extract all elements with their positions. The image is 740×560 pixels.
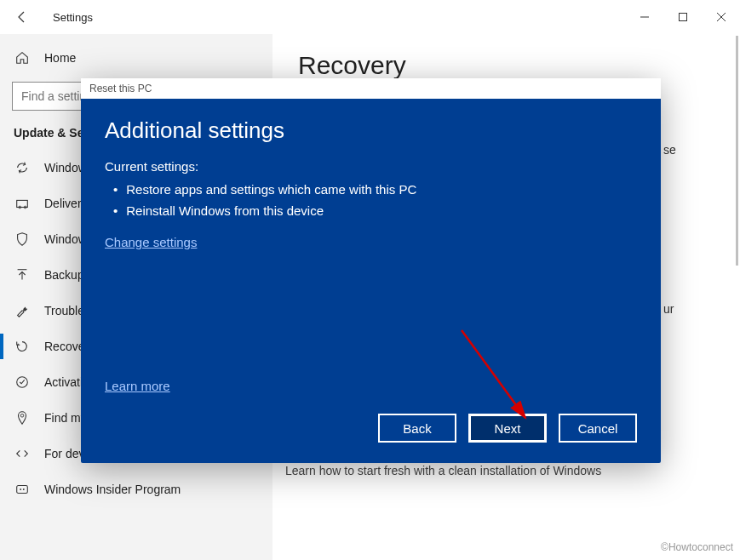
- shield-icon: [14, 231, 31, 248]
- partial-text: ur: [663, 302, 706, 316]
- dialog-heading: Additional settings: [105, 117, 637, 144]
- back-button[interactable]: Back: [378, 414, 456, 443]
- maximize-button[interactable]: [663, 4, 702, 30]
- reset-pc-dialog: Reset this PC Additional settings Curren…: [81, 78, 661, 463]
- page-title: Recovery: [298, 51, 714, 80]
- window-title: Settings: [53, 11, 93, 24]
- sidebar-item-label: Backup: [44, 268, 84, 282]
- dialog-title: Reset this PC: [81, 78, 661, 99]
- cancel-button[interactable]: Cancel: [559, 414, 637, 443]
- close-button[interactable]: [702, 4, 740, 30]
- backup-icon: [14, 266, 31, 283]
- sidebar-item-label: Windows Insider Program: [44, 483, 181, 496]
- scrollbar[interactable]: [736, 36, 738, 266]
- learn-more-link[interactable]: Learn more: [105, 379, 170, 393]
- delivery-icon: [14, 195, 31, 212]
- sync-icon: [14, 159, 31, 176]
- titlebar: Settings: [0, 0, 740, 34]
- settings-list-item: Reinstall Windows from this device: [108, 200, 637, 221]
- minimize-button[interactable]: [625, 4, 663, 30]
- sidebar-home-label: Home: [44, 51, 76, 65]
- check-icon: [14, 374, 31, 391]
- insider-icon: [14, 481, 31, 498]
- svg-point-9: [20, 414, 24, 418]
- home-icon: [14, 49, 31, 66]
- dialog-footer: Back Next Cancel: [81, 414, 661, 463]
- settings-list-item: Restore apps and settings which came wit…: [108, 179, 637, 200]
- back-button[interactable]: [9, 3, 36, 31]
- svg-rect-1: [679, 14, 686, 21]
- svg-point-11: [20, 489, 21, 490]
- svg-point-12: [23, 489, 25, 490]
- svg-rect-10: [17, 486, 28, 494]
- sidebar-item-insider[interactable]: Windows Insider Program: [0, 471, 272, 507]
- recovery-icon: [14, 338, 31, 355]
- next-button[interactable]: Next: [468, 414, 547, 443]
- start-fresh-link[interactable]: Learn how to start fresh with a clean in…: [285, 464, 601, 477]
- window-controls: [625, 4, 740, 30]
- change-settings-link[interactable]: Change settings: [105, 235, 197, 249]
- current-settings-label: Current settings:: [105, 159, 637, 174]
- watermark: ©Howtoconnect: [661, 541, 733, 553]
- settings-list: Restore apps and settings which came wit…: [105, 179, 637, 221]
- location-icon: [14, 409, 31, 426]
- sidebar-home[interactable]: Home: [0, 43, 272, 73]
- partial-text: se: [663, 143, 706, 157]
- wrench-icon: [14, 302, 31, 319]
- developers-icon: [14, 445, 31, 462]
